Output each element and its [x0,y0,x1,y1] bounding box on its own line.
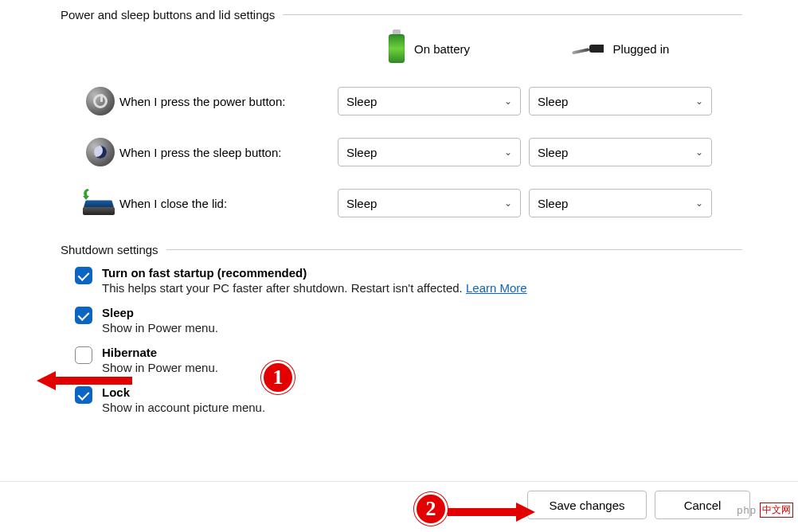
learn-more-link[interactable]: Learn More [466,281,527,295]
fast-startup-desc: This helps start your PC faster after sh… [102,281,527,295]
lid-plugged-value: Sleep [538,197,568,210]
sleep-button-label: When I press the sleep button: [119,146,338,159]
footer-divider [0,481,798,482]
divider [166,249,742,250]
fast-startup-checkbox[interactable] [75,267,92,284]
section-shutdown-title: Shutdown settings [0,243,798,256]
lock-title: Lock [102,385,265,399]
lock-item: Lock Show in account picture menu. [75,385,742,414]
section-title-text: Shutdown settings [61,243,166,256]
lid-on-battery-select[interactable]: Sleep ⌄ [338,189,521,217]
power-button-iconcell [0,87,119,115]
watermark: php 中文网 [737,503,793,518]
lid-on-battery-value: Sleep [346,197,377,210]
sleep-button-icon [86,138,115,166]
annotation-2: 2 [414,492,448,526]
laptop-lid-icon [83,191,115,215]
column-plugged-in: Plugged in [529,40,712,57]
column-battery-label: On battery [414,42,470,56]
lock-checkbox[interactable] [75,386,92,404]
power-on-battery-value: Sleep [346,95,377,108]
divider [283,14,742,15]
down-arrow-icon [81,188,94,201]
sleep-desc: Show in Power menu. [102,321,218,334]
annotation-2-badge: 2 [414,492,448,526]
power-button-label: When I press the power button: [119,95,338,108]
row-lid: When I close the lid: Sleep ⌄ Sleep ⌄ [0,178,798,229]
fast-startup-title: Turn on fast startup (recommended) [102,266,527,280]
hibernate-title: Hibernate [102,346,218,359]
power-plugged-value: Sleep [538,95,568,108]
fast-startup-item: Turn on fast startup (recommended) This … [75,266,742,295]
shutdown-settings-list: Turn on fast startup (recommended) This … [0,256,798,414]
power-button-icon [86,87,115,115]
chevron-down-icon: ⌄ [504,147,512,158]
chevron-down-icon: ⌄ [695,198,703,209]
sleep-plugged-select[interactable]: Sleep ⌄ [529,138,712,166]
sleep-title: Sleep [102,306,218,319]
section-power-buttons-title: Power and sleep buttons and lid settings [0,8,798,22]
row-power-button: When I press the power button: Sleep ⌄ S… [0,76,798,127]
sleep-button-iconcell [0,138,119,166]
section-title-text: Power and sleep buttons and lid settings [61,8,283,22]
column-plugged-label: Plugged in [613,42,670,56]
chevron-down-icon: ⌄ [695,96,703,107]
columns-header: On battery Plugged in [0,22,798,76]
chevron-down-icon: ⌄ [504,96,512,107]
power-plugged-select[interactable]: Sleep ⌄ [529,87,712,115]
row-sleep-button: When I press the sleep button: Sleep ⌄ S… [0,127,798,178]
hibernate-item: Hibernate Show in Power menu. [75,346,742,374]
sleep-item: Sleep Show in Power menu. [75,306,742,334]
lid-plugged-select[interactable]: Sleep ⌄ [529,189,712,217]
battery-icon [389,34,405,63]
save-changes-button[interactable]: Save changes [527,491,647,519]
lid-iconcell [0,191,119,215]
hibernate-desc: Show in Power menu. [102,361,218,374]
footer-actions: Save changes Cancel [527,491,750,519]
power-on-battery-select[interactable]: Sleep ⌄ [338,87,521,115]
watermark-gray: php [737,504,757,516]
lock-desc: Show in account picture menu. [102,401,265,414]
chevron-down-icon: ⌄ [695,147,703,158]
watermark-red: 中文网 [760,503,793,518]
arrow-right-icon [448,501,535,523]
chevron-down-icon: ⌄ [504,198,512,209]
sleep-plugged-value: Sleep [538,146,568,159]
sleep-checkbox[interactable] [75,307,92,324]
sleep-on-battery-value: Sleep [346,146,377,159]
column-on-battery: On battery [338,34,521,63]
lid-label: When I close the lid: [119,197,338,210]
hibernate-checkbox[interactable] [75,346,92,364]
plug-icon [572,40,604,57]
cancel-button[interactable]: Cancel [655,491,750,519]
sleep-on-battery-select[interactable]: Sleep ⌄ [338,138,521,166]
